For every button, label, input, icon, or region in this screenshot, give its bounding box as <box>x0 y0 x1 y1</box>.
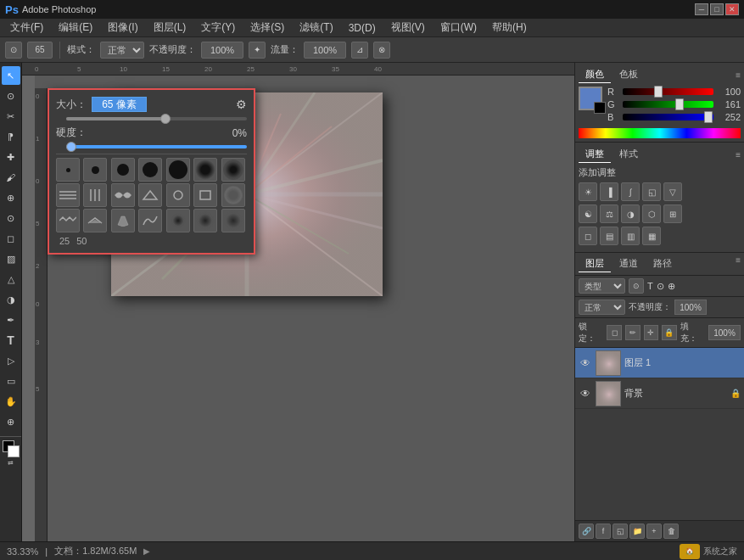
layer-t-icon[interactable]: T <box>647 281 653 291</box>
adj-panel-menu[interactable]: ≡ <box>736 150 741 160</box>
menu-item-h[interactable]: 帮助(H) <box>485 19 534 36</box>
brush-soft-2[interactable] <box>193 209 217 232</box>
color-spectrum[interactable] <box>579 128 741 138</box>
brush-special-5[interactable] <box>166 183 190 207</box>
lasso-tool-btn[interactable]: ⊙ <box>2 87 20 105</box>
brush-special-7[interactable] <box>221 183 245 207</box>
pen-tool-btn[interactable]: ✒ <box>2 311 20 329</box>
eraser-tool-btn[interactable]: ◻ <box>2 229 20 248</box>
layer-opacity-input[interactable] <box>674 300 707 315</box>
layer-fill-input[interactable] <box>708 325 741 340</box>
link-layers-btn[interactable]: 🔗 <box>579 524 594 539</box>
flow-input[interactable] <box>304 42 346 59</box>
menu-item-f[interactable]: 文件(F) <box>3 19 50 36</box>
g-slider-thumb[interactable] <box>675 98 684 110</box>
size-slider-track[interactable] <box>66 117 247 120</box>
path-selection-btn[interactable]: ▷ <box>2 351 20 370</box>
airbrush-icon[interactable]: ✦ <box>249 42 266 59</box>
minimize-button[interactable]: ─ <box>695 3 708 15</box>
brush-preset-5[interactable] <box>166 158 190 182</box>
adj-threshold-btn[interactable]: ▥ <box>621 227 640 245</box>
brush-special-6[interactable] <box>193 183 217 207</box>
brush-special-9[interactable] <box>83 209 107 232</box>
gradient-tool-btn[interactable]: ▨ <box>2 249 20 268</box>
brush-special-2[interactable] <box>83 183 107 207</box>
selection-tool-btn[interactable]: ↖ <box>2 66 20 85</box>
adj-bw-btn[interactable]: ◑ <box>621 204 640 223</box>
maximize-button[interactable]: □ <box>710 3 724 15</box>
brush-preset-7[interactable] <box>221 158 245 182</box>
dodge-tool-btn[interactable]: ◑ <box>2 290 20 309</box>
layer-icon-2[interactable]: ⊙ <box>657 281 664 292</box>
layer-item-bg[interactable]: 👁 背景 🔒 <box>575 378 744 409</box>
new-layer-btn[interactable]: + <box>646 524 662 539</box>
layer-icon-3[interactable]: ⊕ <box>668 281 675 292</box>
lock-all-btn[interactable]: 🔒 <box>662 325 677 340</box>
adj-channelmix-btn[interactable]: ⊞ <box>663 204 682 223</box>
brush-gear-icon[interactable]: ⚙ <box>236 98 247 111</box>
clone-stamp-btn[interactable]: ⊕ <box>2 188 20 207</box>
lock-move-btn[interactable]: ✛ <box>644 325 659 340</box>
layer-item-1[interactable]: 👁 图层 1 <box>575 348 744 378</box>
adj-colorbalance-btn[interactable]: ⚖ <box>600 204 618 223</box>
tab-layers[interactable]: 图层 <box>579 255 611 272</box>
tab-adjustments[interactable]: 调整 <box>579 146 611 163</box>
delete-layer-btn[interactable]: 🗑 <box>663 524 679 539</box>
tab-styles[interactable]: 样式 <box>613 146 645 163</box>
b-slider[interactable] <box>623 114 713 120</box>
close-button[interactable]: ✕ <box>725 3 739 15</box>
menu-item-t[interactable]: 滤镜(T) <box>293 19 339 36</box>
brush-preset-4[interactable] <box>138 158 162 182</box>
text-tool-btn[interactable]: T <box>2 331 20 350</box>
brush-tool-btn[interactable]: 🖌 <box>2 168 20 187</box>
menu-item-s[interactable]: 选择(S) <box>243 19 291 36</box>
tab-color[interactable]: 颜色 <box>579 66 611 83</box>
menu-item-w[interactable]: 窗口(W) <box>434 19 484 36</box>
brush-special-8[interactable] <box>56 209 80 232</box>
opacity-input[interactable] <box>201 42 243 59</box>
menu-item-v[interactable]: 视图(V) <box>384 19 432 36</box>
b-slider-thumb[interactable] <box>704 111 713 123</box>
blend-mode-layer-select[interactable]: 正常 <box>579 300 625 315</box>
brush-special-11[interactable] <box>138 209 162 232</box>
layer-type-select[interactable]: 类型 <box>579 278 625 294</box>
new-group-btn[interactable]: 📁 <box>629 524 645 539</box>
r-slider-thumb[interactable] <box>654 86 663 98</box>
shape-tool-btn[interactable]: ▭ <box>2 372 20 390</box>
hand-tool-btn[interactable]: ✋ <box>2 392 20 411</box>
adj-posterize-btn[interactable]: ▤ <box>600 227 618 245</box>
foreground-bg-color[interactable] <box>3 440 20 457</box>
adj-brightness-btn[interactable]: ☀ <box>579 182 597 201</box>
layer-1-visibility[interactable]: 👁 <box>579 356 592 370</box>
brush-tool-icon[interactable]: ⊙ <box>5 42 22 59</box>
blur-tool-btn[interactable]: △ <box>2 270 20 288</box>
layer-bg-visibility[interactable]: 👁 <box>579 387 592 400</box>
add-mask-btn[interactable]: ◱ <box>613 524 628 539</box>
brush-soft-1[interactable] <box>166 209 190 232</box>
lock-transparent-btn[interactable]: ◻ <box>607 325 622 340</box>
blend-mode-select[interactable]: 正常 <box>100 42 144 59</box>
tab-channels[interactable]: 通道 <box>613 255 645 272</box>
adj-gradient-btn[interactable]: ▦ <box>642 227 661 245</box>
healing-tool-btn[interactable]: ✚ <box>2 148 20 166</box>
brush-soft-3[interactable] <box>221 209 245 232</box>
menu-item-i[interactable]: 图像(I) <box>101 19 144 36</box>
layer-filter-icon[interactable]: ⊙ <box>629 278 644 294</box>
brush-preset-3[interactable] <box>111 158 135 182</box>
brush-special-1[interactable] <box>56 183 80 207</box>
menu-item-dd[interactable]: 3D(D) <box>342 20 383 36</box>
layers-panel-menu[interactable]: ≡ <box>736 255 741 272</box>
brush-size-icon[interactable]: 65 <box>27 42 53 59</box>
menu-item-e[interactable]: 编辑(E) <box>52 19 99 36</box>
g-slider[interactable] <box>623 101 713 108</box>
background-color-swatch[interactable] <box>594 102 606 114</box>
hardness-slider-thumb[interactable] <box>66 142 76 152</box>
brush-size-input[interactable] <box>92 97 147 112</box>
adj-invert-btn[interactable]: ◻ <box>579 227 597 245</box>
size-slider-thumb[interactable] <box>160 114 171 124</box>
wacom-icon[interactable]: ⊗ <box>373 42 390 59</box>
tab-paths[interactable]: 路径 <box>646 255 679 272</box>
color-panel-menu[interactable]: ≡ <box>736 70 741 80</box>
zoom-tool-btn[interactable]: ⊕ <box>2 412 20 431</box>
adj-photofilt-btn[interactable]: ⬡ <box>642 204 661 223</box>
